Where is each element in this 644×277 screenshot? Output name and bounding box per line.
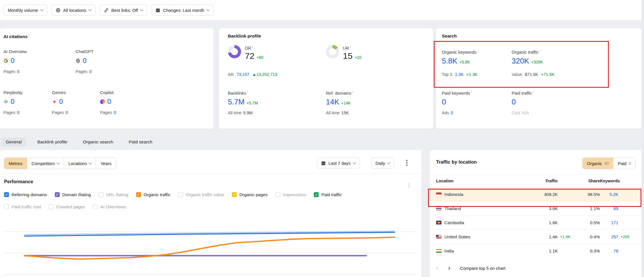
keywords-link[interactable]: 171 — [600, 220, 618, 225]
legend-paid-traffic[interactable]: Paid traffic — [314, 192, 342, 197]
organic-keywords-label[interactable]: Organic keywords — [442, 49, 478, 55]
organic-traffic-value[interactable]: 320K — [512, 57, 529, 65]
ref-domains-label[interactable]: Ref. domains — [326, 90, 353, 96]
best-links-filter[interactable]: Best links: Off — [99, 5, 147, 16]
legend-paid-traffic-cost[interactable]: Paid traffic cost — [4, 204, 41, 209]
granularity-button[interactable]: Daily — [371, 158, 394, 169]
backlinks-value[interactable]: 5.7M — [228, 98, 245, 106]
filter-label: Best links: Off — [111, 8, 138, 13]
pages-count-link[interactable]: 0 — [89, 69, 91, 74]
paid-traffic-block: Paid traffic 0 CostN/A — [512, 90, 534, 115]
kebab-menu-icon[interactable] — [406, 160, 408, 166]
calendar-icon — [321, 161, 326, 166]
prev-page-arrow[interactable]: ‹ — [436, 265, 438, 272]
legend-organic-pages[interactable]: Organic pages — [232, 192, 268, 197]
ref-domains-block: Ref. domains 14K+14K All time15K — [326, 90, 353, 115]
keywords-link[interactable]: 257 — [600, 234, 618, 239]
toggle-organic[interactable]: Organic90 — [582, 158, 613, 169]
pages-count-link[interactable]: 0 — [17, 69, 19, 74]
table-row-cambodia[interactable]: Cambodia 1.6K 0.5% 171 — [430, 215, 641, 229]
next-page-arrow[interactable]: › — [448, 265, 450, 272]
ads-label: Ads — [442, 111, 449, 115]
organic-keywords-value[interactable]: 5.8K — [442, 57, 457, 65]
column-share[interactable]: Share — [576, 179, 600, 183]
paid-keywords-value[interactable]: 0 — [442, 98, 446, 106]
copilot-icon — [100, 99, 105, 104]
domain-rating-block: DR 72+60 — [228, 45, 263, 61]
legend-impressions[interactable]: Impressions — [275, 192, 306, 197]
paid-keywords-label[interactable]: Paid keywords — [442, 90, 472, 96]
ur-label[interactable]: UR — [343, 45, 361, 50]
legend-domain-rating[interactable]: Domain Rating — [55, 192, 91, 197]
segment-years[interactable]: Years — [96, 158, 116, 169]
pages-count-link[interactable]: 0 — [17, 110, 19, 115]
flag-united-states-icon — [436, 235, 442, 239]
changes-filter[interactable]: Changes: Last month — [151, 5, 213, 16]
column-traffic[interactable]: Traffic — [531, 179, 558, 183]
dr-label[interactable]: DR — [245, 45, 263, 50]
backlinks-block: Backlinks 5.7M+5.7M All time5.9M — [228, 90, 258, 115]
backlinks-label[interactable]: Backlinks — [228, 90, 258, 96]
location-pager: ‹ › Compare top 5 on chart — [436, 265, 506, 272]
legend-ai-overviews[interactable]: AI Overviews — [93, 204, 126, 209]
tab-backlink-profile[interactable]: Backlink profile — [33, 137, 71, 147]
segment-locations[interactable]: Locations — [64, 158, 96, 169]
legend-url-rating[interactable]: URL Rating — [99, 192, 128, 197]
legend-crawled-pages[interactable]: Crawled pages — [49, 204, 85, 209]
performance-chart[interactable] — [0, 219, 422, 277]
metric-chatgpt: ChatGPT 0 Pages0 — [76, 49, 142, 74]
keywords-link[interactable]: 76 — [600, 248, 618, 253]
organic-traffic-label[interactable]: Organic traffic — [512, 49, 543, 55]
top3-change: +1.3K — [466, 72, 477, 77]
keywords-link[interactable]: 69 — [600, 206, 618, 211]
tab-general[interactable]: General — [2, 137, 26, 147]
legend-referring-domains[interactable]: Referring domains — [4, 192, 47, 197]
paid-traffic-label[interactable]: Paid traffic — [512, 90, 534, 96]
table-row-united-states[interactable]: United States 1.4K +1.4K 0.4% 257 +255 — [430, 229, 641, 244]
monthly-volume-filter[interactable]: Monthly volume — [3, 5, 47, 16]
dr-change: +60 — [256, 55, 263, 60]
paid-traffic-value[interactable]: 0 — [512, 98, 516, 106]
ar-value-link[interactable]: 73,157 — [236, 72, 249, 77]
chatgpt-count[interactable]: 0 — [83, 57, 87, 65]
gemini-count[interactable]: 0 — [59, 98, 63, 106]
date-range-button[interactable]: Last 7 days — [317, 158, 360, 169]
segment-metrics[interactable]: Metrics — [4, 158, 27, 169]
pages-count-link[interactable]: 0 — [114, 110, 116, 115]
top3-value-link[interactable]: 1.3K — [455, 72, 464, 77]
chevron-down-icon — [89, 161, 92, 164]
ref-domains-value[interactable]: 14K — [326, 98, 339, 106]
ai-overview-count[interactable]: 0 — [11, 57, 14, 65]
ur-donut-chart — [326, 45, 339, 58]
tab-organic-search[interactable]: Organic search — [79, 137, 117, 147]
pages-label: Pages — [100, 110, 112, 115]
copilot-count[interactable]: 0 — [107, 98, 111, 106]
tab-paid-search[interactable]: Paid search — [125, 137, 157, 147]
keywords-link[interactable]: 5.2K — [600, 192, 618, 197]
segment-competitors[interactable]: Competitors — [27, 158, 64, 169]
column-keywords[interactable]: Keywords — [600, 179, 618, 183]
value-amount: $71.5K — [525, 72, 538, 77]
checkbox-icon — [93, 204, 98, 209]
legend-organic-traffic[interactable]: Organic traffic — [136, 192, 170, 197]
flag-indonesia-icon — [436, 192, 442, 196]
table-row-thailand[interactable]: Thailand 3.6K 1.1% 69 — [430, 201, 641, 215]
ads-count-link[interactable]: 0 — [451, 111, 453, 115]
perplexity-count[interactable]: 0 — [11, 98, 14, 106]
gemini-icon — [52, 99, 57, 104]
metric-label: Copilot — [100, 90, 146, 95]
locations-filter[interactable]: All locations — [51, 5, 95, 16]
scrollbar-track[interactable] — [641, 0, 644, 277]
alltime-label: All time — [228, 111, 242, 115]
column-location[interactable]: Location — [436, 179, 531, 183]
pages-count-link[interactable]: 0 — [65, 110, 68, 115]
flag-cambodia-icon — [436, 221, 442, 224]
toggle-paid[interactable]: Paid0 — [613, 158, 636, 169]
table-row-indonesia[interactable]: Indonesia 309.2K 96.5% 5.2K — [430, 187, 641, 201]
filter-label: Changes: Last month — [163, 8, 204, 13]
perplexity-icon — [3, 99, 8, 104]
legend-organic-traffic-value[interactable]: Organic traffic value — [178, 192, 224, 197]
metric-legend-row-2: Paid traffic cost Crawled pages AI Overv… — [4, 204, 126, 209]
table-row-india[interactable]: India 1.1K 0.3% 76 — [430, 244, 641, 258]
collapse-section-button[interactable] — [409, 182, 409, 188]
